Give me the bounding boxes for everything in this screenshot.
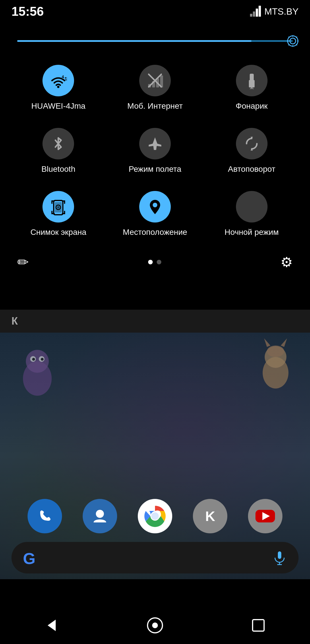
bluetooth-icon: [50, 135, 67, 152]
app-dock: K: [0, 499, 310, 533]
tile-autorotate[interactable]: Автоповорот: [205, 122, 299, 182]
svg-rect-19: [148, 84, 151, 87]
airplane-icon: [146, 135, 164, 152]
status-time: 15:56: [11, 4, 44, 19]
nav-bar: [0, 607, 310, 644]
svg-marker-2: [256, 9, 258, 17]
tile-screenshot[interactable]: Снимок экрана: [11, 185, 105, 245]
tile-airplane[interactable]: Режим полета: [108, 122, 202, 182]
brightness-slider-fill: [17, 40, 251, 42]
keyboard-indicator: К: [0, 310, 310, 333]
tile-location[interactable]: Местоположение: [108, 185, 202, 245]
app-chrome[interactable]: [138, 499, 172, 533]
svg-rect-24: [249, 80, 255, 87]
tile-bluetooth[interactable]: Bluetooth: [11, 122, 105, 182]
svg-point-34: [153, 203, 157, 207]
tile-flashlight-label: Фонарик: [236, 102, 268, 111]
tile-airplane-icon-circle: [139, 128, 171, 159]
home-icon: [146, 617, 164, 634]
tile-wifi[interactable]: 4 ⇅ HUAWEI-4Jma: [11, 59, 105, 119]
signal-icon: [249, 6, 261, 17]
svg-rect-20: [152, 81, 155, 87]
tile-location-label: Местоположение: [123, 228, 187, 237]
svg-rect-22: [160, 75, 163, 87]
tile-bluetooth-label: Bluetooth: [41, 165, 75, 174]
tile-autorotate-icon-circle: [236, 128, 268, 159]
tile-wifi-label: HUAWEI-4Jma: [31, 102, 86, 111]
qs-dot-2[interactable]: [157, 260, 161, 264]
tile-mobile-data-icon-circle: [139, 65, 171, 96]
wallpaper-decoration: [14, 338, 72, 401]
svg-point-49: [151, 512, 159, 520]
microphone-icon[interactable]: [272, 550, 287, 565]
svg-point-43: [267, 346, 284, 357]
google-g-icon: G: [23, 549, 40, 566]
tile-flashlight[interactable]: Фонарик: [205, 59, 299, 119]
nav-recents-button[interactable]: [244, 611, 273, 640]
homescreen: K G: [0, 333, 310, 579]
app-phone[interactable]: [28, 499, 62, 533]
svg-marker-0: [250, 14, 252, 17]
klarna-icon: K: [200, 506, 220, 526]
tile-screenshot-label: Снимок экрана: [30, 228, 86, 237]
carrier-name: MTS.BY: [264, 6, 299, 17]
google-search-bar[interactable]: G: [11, 542, 299, 573]
svg-point-5: [290, 38, 296, 44]
tile-nightmode[interactable]: Ночной режим: [205, 185, 299, 245]
tiles-grid: 4 ⇅ HUAWEI-4Jma Моб. Интер: [0, 50, 310, 245]
svg-text:G: G: [23, 549, 36, 566]
status-bar: 15:56 MTS.BY: [0, 0, 310, 23]
brightness-thumb[interactable]: [286, 35, 299, 47]
tile-autorotate-label: Автоповорот: [228, 165, 275, 174]
qs-settings-button[interactable]: ⚙: [280, 254, 293, 270]
svg-rect-23: [250, 74, 254, 81]
screenshot-icon: [50, 198, 67, 215]
qs-bottom-bar: ✏ ⚙: [0, 248, 310, 279]
svg-point-40: [41, 358, 44, 361]
svg-text:4: 4: [62, 75, 64, 79]
svg-point-59: [152, 622, 158, 628]
svg-point-33: [57, 206, 59, 208]
svg-marker-45: [281, 338, 287, 347]
svg-marker-44: [264, 338, 270, 347]
qs-dot-1[interactable]: [148, 260, 153, 264]
tile-flashlight-icon-circle: [236, 65, 268, 96]
app-klarna[interactable]: K: [193, 499, 227, 533]
chrome-icon: [144, 505, 166, 528]
nightmode-icon: [243, 198, 260, 215]
qs-page-dots: [148, 260, 161, 264]
svg-point-36: [26, 350, 49, 373]
svg-text:K: K: [205, 509, 215, 524]
tile-screenshot-icon-circle: [42, 191, 74, 223]
tile-location-icon-circle: [139, 191, 171, 223]
svg-marker-1: [253, 11, 255, 17]
svg-point-39: [32, 358, 35, 361]
brightness-slider-track[interactable]: [17, 40, 293, 42]
svg-point-14: [57, 86, 59, 88]
qs-edit-button[interactable]: ✏: [17, 254, 29, 270]
wallpaper-decoration-right: [250, 335, 301, 393]
app-youtube[interactable]: [248, 499, 282, 533]
tile-airplane-label: Режим полета: [129, 165, 181, 174]
svg-rect-60: [253, 620, 264, 631]
brightness-icon: [286, 35, 299, 47]
quick-settings-panel: 4 ⇅ HUAWEI-4Jma Моб. Интер: [0, 0, 310, 279]
svg-text:⇅: ⇅: [64, 77, 67, 81]
nav-back-button[interactable]: [37, 611, 66, 640]
status-right: MTS.BY: [249, 6, 299, 17]
tile-mobile-data-label: Моб. Интернет: [127, 102, 183, 111]
location-icon: [146, 198, 164, 215]
phone-icon: [36, 508, 53, 525]
keyboard-letter: К: [11, 315, 18, 327]
autorotate-icon: [243, 135, 260, 152]
tile-mobile-data[interactable]: Моб. Интернет: [108, 59, 202, 119]
tile-nightmode-label: Ночной режим: [224, 228, 279, 237]
svg-marker-3: [259, 6, 261, 17]
recents-icon: [250, 617, 267, 634]
app-contacts[interactable]: [83, 499, 117, 533]
tile-bluetooth-icon-circle: [42, 128, 74, 159]
svg-rect-54: [278, 551, 281, 559]
contacts-icon: [91, 508, 108, 525]
svg-point-46: [96, 510, 104, 518]
nav-home-button[interactable]: [141, 611, 169, 640]
